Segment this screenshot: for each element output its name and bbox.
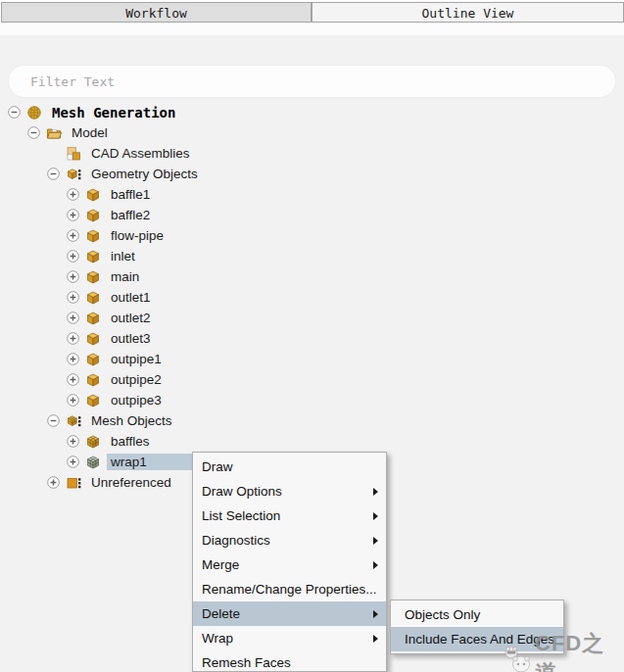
menu-item-label: Objects Only [405, 607, 555, 622]
mesh-objects-icon [66, 413, 81, 429]
submenu-arrow-icon [373, 512, 378, 520]
plus-expander-icon[interactable] [67, 291, 79, 304]
plus-expander-icon[interactable] [67, 188, 79, 201]
cube-icon [85, 187, 101, 203]
plus-expander-icon[interactable] [67, 353, 79, 365]
tab-workflow[interactable]: Workflow [1, 2, 312, 23]
submenu-item-objects-only[interactable]: Objects Only [391, 602, 563, 627]
minus-expander-icon[interactable] [47, 414, 60, 427]
menu-item-rename-change-properties[interactable]: Rename/Change Properties... [193, 577, 386, 601]
geometry-objects-icon [66, 167, 81, 182]
tree-item-flow-pipe[interactable]: flow-pipe [0, 225, 624, 246]
tab-gap [0, 24, 624, 35]
tree-item-label: outpipe2 [107, 371, 166, 388]
tree-item-outpipe3[interactable]: outpipe3 [0, 390, 624, 410]
menu-item-label: Remesh Faces [202, 655, 378, 670]
plus-expander-icon[interactable] [67, 250, 79, 263]
plus-expander-icon[interactable] [67, 229, 79, 242]
cube-icon [85, 331, 101, 347]
tree-item-outlet2[interactable]: outlet2 [0, 308, 624, 328]
tree-item-outlet3[interactable]: outlet3 [0, 328, 624, 349]
watermark: CFD之道 [502, 629, 624, 672]
tree-item-mesh-generation[interactable]: Mesh Generation [0, 102, 624, 122]
menu-item-wrap[interactable]: Wrap [193, 626, 386, 650]
menu-item-delete[interactable]: Delete [193, 601, 386, 626]
cube-icon [85, 290, 101, 306]
plus-expander-icon[interactable] [67, 312, 79, 324]
tree-item-label: Mesh Objects [87, 412, 176, 429]
tree-item-outpipe1[interactable]: outpipe1 [0, 349, 624, 369]
menu-item-list-selection[interactable]: List Selection [193, 504, 386, 528]
plus-expander-icon[interactable] [67, 373, 79, 386]
minus-expander-icon[interactable] [8, 106, 21, 119]
plus-expander-icon[interactable] [67, 270, 79, 283]
menu-item-label: Draw [202, 459, 378, 474]
tree-item-inlet[interactable]: inlet [0, 246, 624, 266]
mesh-cube-icon [85, 434, 101, 450]
cube-icon [85, 393, 101, 408]
tree-item-label: outpipe3 [107, 392, 166, 408]
tree-item-mesh-objects[interactable]: Mesh Objects [0, 410, 624, 431]
tree-item-baffles[interactable]: baffles [0, 431, 624, 452]
menu-item-remesh-faces[interactable]: Remesh Faces [193, 650, 386, 672]
tree-item-outlet1[interactable]: outlet1 [0, 287, 624, 308]
cad-assembly-icon [66, 146, 81, 162]
tree-item-model[interactable]: Model [0, 122, 624, 143]
menu-item-merge[interactable]: Merge [193, 552, 386, 577]
mesh-cube-gray-icon [85, 455, 101, 470]
plus-expander-icon[interactable] [67, 209, 79, 221]
minus-expander-icon[interactable] [47, 168, 60, 180]
cube-icon [85, 311, 101, 326]
menu-item-draw-options[interactable]: Draw Options [193, 479, 386, 504]
submenu-arrow-icon [373, 635, 378, 643]
outline-view-panel: Workflow Outline View Mesh Generation Mo… [0, 0, 624, 672]
minus-expander-icon[interactable] [27, 126, 40, 139]
tree-item-main[interactable]: main [0, 266, 624, 287]
tree-item-geometry-objects[interactable]: Geometry Objects [0, 164, 624, 184]
submenu-arrow-icon [373, 488, 378, 496]
tree-item-baffle1[interactable]: baffle1 [0, 184, 624, 205]
tab-outline-view[interactable]: Outline View [312, 2, 624, 23]
tree-item-label: outpipe1 [107, 351, 166, 367]
cube-icon [85, 269, 101, 285]
menu-item-label: Diagnostics [202, 533, 369, 548]
cube-icon [85, 208, 101, 223]
menu-item-label: Wrap [202, 631, 369, 646]
tree-item-label: Mesh Generation [48, 104, 179, 121]
tree-item-label: CAD Assemblies [87, 145, 194, 162]
menu-item-label: Draw Options [202, 484, 369, 499]
tree-item-label: main [107, 268, 143, 285]
plus-expander-icon[interactable] [67, 394, 79, 407]
menu-item-draw[interactable]: Draw [193, 455, 386, 479]
tree-item-outpipe2[interactable]: outpipe2 [0, 369, 624, 390]
filter-text-input[interactable] [8, 65, 616, 98]
menu-item-label: Delete [202, 606, 369, 621]
menu-item-label: Merge [202, 557, 369, 572]
plus-expander-icon[interactable] [67, 456, 79, 468]
tree-item-label: outlet1 [107, 289, 155, 306]
submenu-arrow-icon [373, 610, 378, 618]
folder-icon [46, 125, 62, 141]
plus-expander-icon[interactable] [67, 435, 79, 448]
tree-item-label: baffle1 [107, 186, 154, 203]
tree-item-baffle2[interactable]: baffle2 [0, 205, 624, 225]
unreferenced-icon [66, 475, 81, 491]
cfd-logo-icon [502, 641, 535, 672]
tree-item-label: outlet3 [107, 330, 155, 347]
cube-icon [85, 352, 101, 367]
menu-item-label: List Selection [202, 508, 369, 523]
cube-icon [85, 228, 101, 244]
menu-item-diagnostics[interactable]: Diagnostics [193, 528, 386, 552]
globe-icon [26, 105, 42, 120]
plus-expander-icon[interactable] [47, 476, 60, 489]
tree-item-cad-assemblies[interactable]: CAD Assemblies [0, 143, 624, 164]
tab-bar: Workflow Outline View [0, 0, 624, 24]
context-menu: DrawDraw OptionsList SelectionDiagnostic… [192, 452, 387, 672]
tree-item-label: Geometry Objects [87, 166, 202, 182]
tree-item-label: Unreferenced [87, 474, 175, 491]
tree-item-label: Model [68, 124, 112, 141]
tree-item-label: outlet2 [107, 310, 155, 326]
tree-item-label: baffles [107, 433, 154, 450]
plus-expander-icon[interactable] [67, 332, 79, 345]
menu-item-label: Rename/Change Properties... [202, 582, 378, 597]
